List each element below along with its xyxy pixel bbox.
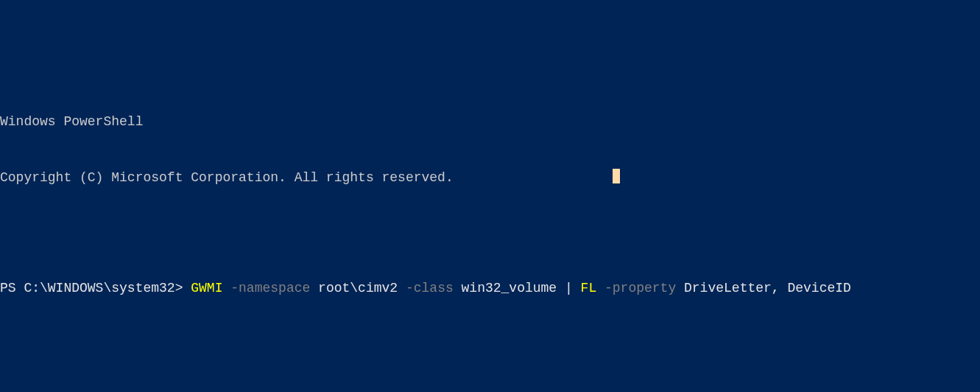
title-text: Windows PowerShell: [0, 114, 143, 129]
arg-driveletter: DriveLetter: [684, 281, 772, 295]
copyright-text: Copyright (C) Microsoft Corporation. All…: [0, 170, 454, 185]
arg-namespace: root\cimv2: [318, 281, 398, 295]
param-class: -class: [398, 281, 461, 295]
pipe: |: [557, 281, 580, 295]
arg-class: win32_volume: [462, 281, 557, 295]
powershell-terminal[interactable]: Windows PowerShell Copyright (C) Microso…: [0, 74, 980, 392]
comma: ,: [772, 281, 788, 295]
cmd-gwmi: GWMI: [191, 281, 222, 295]
header-copyright: Copyright (C) Microsoft Corporation. All…: [0, 169, 980, 187]
param-namespace: -namespace: [222, 281, 318, 295]
blank-line: [0, 224, 980, 242]
cmd-fl: FL: [581, 281, 597, 295]
blank-line: [0, 335, 980, 354]
arg-deviceid: DeviceID: [787, 281, 850, 295]
header-title: Windows PowerShell: [0, 113, 980, 131]
cursor-icon: [613, 169, 620, 183]
prompt-prefix: PS C:\WINDOWS\system32>: [0, 281, 191, 295]
param-property: -property: [596, 281, 684, 295]
command-line[interactable]: PS C:\WINDOWS\system32> GWMI -namespace …: [0, 279, 980, 298]
